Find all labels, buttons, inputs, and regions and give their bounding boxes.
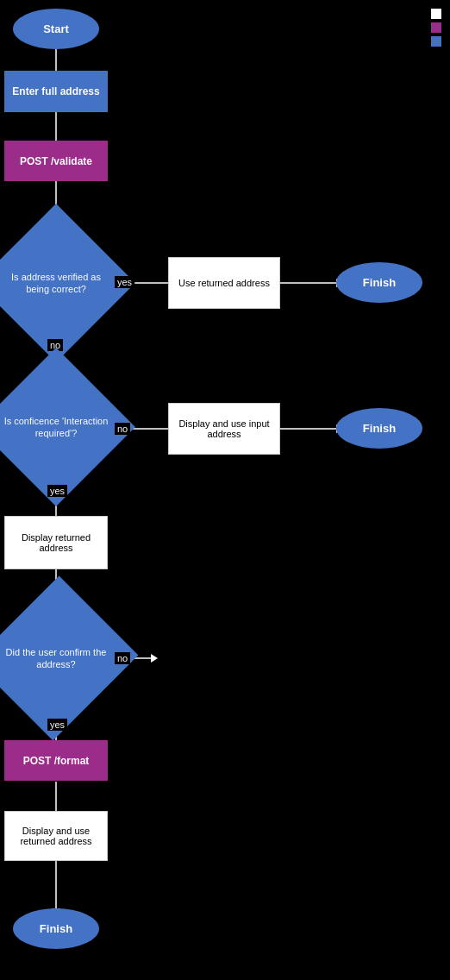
diamond2-no-label: no [115, 423, 130, 435]
diamond3-no-label: no [115, 652, 130, 664]
display-returned-node: Display returned address [4, 516, 108, 569]
finish2-node: Finish [336, 408, 422, 449]
diamond2-node: Is conficence 'Interaction required'? [0, 371, 112, 483]
diamond3-yes-label: yes [47, 719, 67, 731]
finish1-node: Finish [336, 262, 422, 303]
legend-box-3 [431, 36, 441, 47]
legend-item-3 [431, 36, 441, 47]
diamond1-node: Is address verified as being correct? [0, 227, 112, 339]
finish3-node: Finish [13, 908, 99, 949]
legend-box-2 [431, 22, 441, 33]
svg-marker-24 [151, 654, 158, 663]
diamond3-node: Did the user confirm the address? [0, 598, 112, 719]
display-use-returned-node: Display and use returned address [4, 811, 108, 861]
post-format-node: POST /format [4, 740, 108, 781]
flowchart: Start Enter full address POST /validate … [0, 0, 450, 980]
legend-item-1 [431, 9, 441, 19]
display-use-input-node: Display and use input address [168, 403, 280, 455]
diamond2-yes-label: yes [47, 485, 67, 497]
post-validate-node: POST /validate [4, 141, 108, 181]
legend-box-1 [431, 9, 441, 19]
start-node: Start [13, 9, 99, 49]
legend [431, 9, 441, 47]
diamond1-yes-label: yes [115, 276, 134, 288]
legend-item-2 [431, 22, 441, 33]
use-returned-node: Use returned address [168, 257, 280, 309]
enter-address-node: Enter full address [4, 71, 108, 112]
